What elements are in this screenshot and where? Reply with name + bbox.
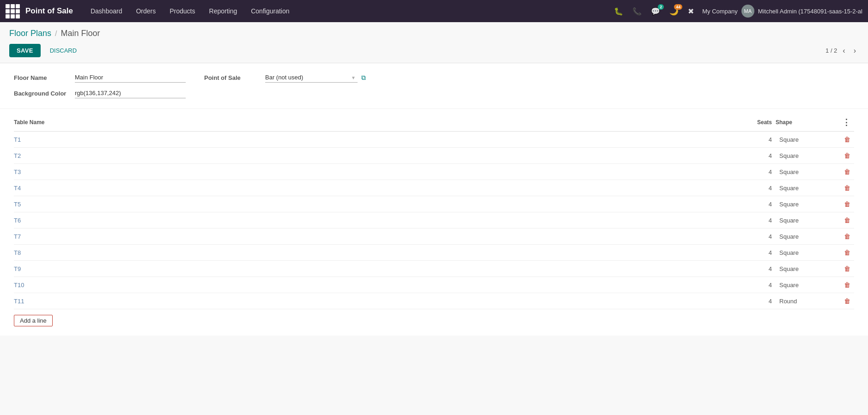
- cell-seats: 4: [739, 277, 776, 293]
- delete-icon[interactable]: 🗑: [844, 233, 850, 240]
- th-seats: Seats: [739, 114, 776, 132]
- app-grid-icon[interactable]: [6, 4, 20, 18]
- cell-table-name[interactable]: T11: [14, 293, 739, 309]
- bg-color-group: Background Color: [14, 88, 186, 98]
- cell-shape: Square: [776, 132, 831, 148]
- table-row: T10 4 Square 🗑: [14, 277, 854, 293]
- app-brand[interactable]: Point of Sale: [25, 6, 73, 16]
- delete-icon[interactable]: 🗑: [844, 217, 850, 224]
- cell-table-name[interactable]: T7: [14, 229, 739, 245]
- pagination: 1 / 2 ‹ ›: [826, 46, 859, 56]
- delete-icon[interactable]: 🗑: [844, 249, 850, 256]
- delete-icon[interactable]: 🗑: [844, 184, 850, 192]
- nav-products[interactable]: Products: [163, 5, 201, 18]
- user-name[interactable]: Mitchell Admin (17548091-saas-15-2-al: [758, 8, 862, 15]
- table-row: T5 4 Square 🗑: [14, 196, 854, 212]
- table-body: T1 4 Square 🗑 T2 4 Square 🗑 T3 4 Square …: [14, 132, 854, 309]
- cell-seats: 4: [739, 132, 776, 148]
- cell-seats: 4: [739, 148, 776, 164]
- cell-shape: Square: [776, 212, 831, 229]
- company-name[interactable]: My Company: [702, 8, 738, 15]
- table-row: T11 4 Round 🗑: [14, 293, 854, 309]
- nav-orders[interactable]: Orders: [129, 5, 162, 18]
- th-table-name: Table Name: [14, 114, 739, 132]
- cell-table-name[interactable]: T9: [14, 261, 739, 277]
- cell-seats: 4: [739, 196, 776, 212]
- cell-seats: 4: [739, 229, 776, 245]
- discard-button[interactable]: DISCARD: [44, 44, 83, 57]
- delete-icon[interactable]: 🗑: [844, 297, 850, 305]
- table-row: T1 4 Square 🗑: [14, 132, 854, 148]
- cell-table-name[interactable]: T8: [14, 245, 739, 261]
- pagination-text: 1 / 2: [826, 47, 837, 54]
- table-row: T9 4 Square 🗑: [14, 261, 854, 277]
- floor-name-input[interactable]: [75, 72, 186, 83]
- delete-icon[interactable]: 🗑: [844, 200, 850, 208]
- cell-shape: Square: [776, 196, 831, 212]
- delete-icon[interactable]: 🗑: [844, 281, 850, 289]
- table-row: T4 4 Square 🗑: [14, 180, 854, 196]
- cell-table-name[interactable]: T2: [14, 148, 739, 164]
- column-menu-icon[interactable]: ⋮: [842, 117, 850, 127]
- add-line-button[interactable]: Add a line: [14, 315, 53, 326]
- cell-table-name[interactable]: T5: [14, 196, 739, 212]
- breadcrumb: Floor Plans / Main Floor: [0, 22, 868, 42]
- delete-icon[interactable]: 🗑: [844, 152, 850, 159]
- floor-name-label: Floor Name: [14, 74, 69, 81]
- cell-action: 🗑: [831, 164, 854, 180]
- cell-table-name[interactable]: T4: [14, 180, 739, 196]
- pos-select[interactable]: Bar (not used): [265, 72, 358, 83]
- table-row: T8 4 Square 🗑: [14, 245, 854, 261]
- phone-icon[interactable]: 📞: [630, 5, 644, 18]
- nav-reporting[interactable]: Reporting: [203, 5, 244, 18]
- breadcrumb-parent[interactable]: Floor Plans: [9, 29, 51, 38]
- table-row: T3 4 Square 🗑: [14, 164, 854, 180]
- save-button[interactable]: SAVE: [9, 44, 41, 57]
- external-link-icon[interactable]: ⧉: [361, 74, 366, 82]
- cell-action: 🗑: [831, 245, 854, 261]
- cell-table-name[interactable]: T1: [14, 132, 739, 148]
- cell-shape: Square: [776, 245, 831, 261]
- cell-action: 🗑: [831, 148, 854, 164]
- settings-icon[interactable]: ✖: [685, 5, 697, 18]
- breadcrumb-separator: /: [55, 30, 57, 38]
- cell-action: 🗑: [831, 277, 854, 293]
- cell-table-name[interactable]: T3: [14, 164, 739, 180]
- cell-action: 🗑: [831, 212, 854, 229]
- cell-shape: Round: [776, 293, 831, 309]
- chat-badge: 2: [658, 4, 664, 10]
- bug-icon[interactable]: 🐛: [611, 5, 626, 18]
- breadcrumb-current: Main Floor: [61, 29, 100, 38]
- avatar[interactable]: MA: [741, 5, 754, 18]
- pagination-prev[interactable]: ‹: [840, 46, 848, 56]
- chat-icon[interactable]: 💬 2: [648, 5, 663, 18]
- cell-action: 🗑: [831, 196, 854, 212]
- cell-seats: 4: [739, 180, 776, 196]
- cell-table-name[interactable]: T6: [14, 212, 739, 229]
- topnav-icons: 🐛 📞 💬 2 🌙 44 ✖ My Company MA Mitchell Ad…: [611, 5, 862, 18]
- table-row: T2 4 Square 🗑: [14, 148, 854, 164]
- form-row-2: Background Color: [14, 88, 854, 98]
- delete-icon[interactable]: 🗑: [844, 136, 850, 143]
- floor-name-group: Floor Name: [14, 72, 186, 83]
- cell-seats: 4: [739, 245, 776, 261]
- form-row-1: Floor Name Point of Sale Bar (not used) …: [14, 72, 854, 83]
- delete-icon[interactable]: 🗑: [844, 168, 850, 175]
- tables-table: Table Name Seats Shape ⋮ T1 4 Square 🗑 T…: [14, 114, 854, 309]
- cell-shape: Square: [776, 180, 831, 196]
- pagination-next[interactable]: ›: [851, 46, 859, 56]
- delete-icon[interactable]: 🗑: [844, 265, 850, 272]
- cell-action: 🗑: [831, 229, 854, 245]
- pos-label: Point of Sale: [204, 74, 260, 81]
- bg-color-input[interactable]: [75, 88, 186, 98]
- nav-configuration[interactable]: Configuration: [244, 5, 296, 18]
- table-header-row: Table Name Seats Shape ⋮: [14, 114, 854, 132]
- bg-color-label: Background Color: [14, 90, 69, 97]
- activity-icon[interactable]: 🌙 44: [667, 5, 681, 18]
- cell-seats: 4: [739, 212, 776, 229]
- activity-badge: 44: [674, 4, 682, 10]
- cell-action: 🗑: [831, 261, 854, 277]
- table-row: T7 4 Square 🗑: [14, 229, 854, 245]
- nav-dashboard[interactable]: Dashboard: [84, 5, 129, 18]
- cell-table-name[interactable]: T10: [14, 277, 739, 293]
